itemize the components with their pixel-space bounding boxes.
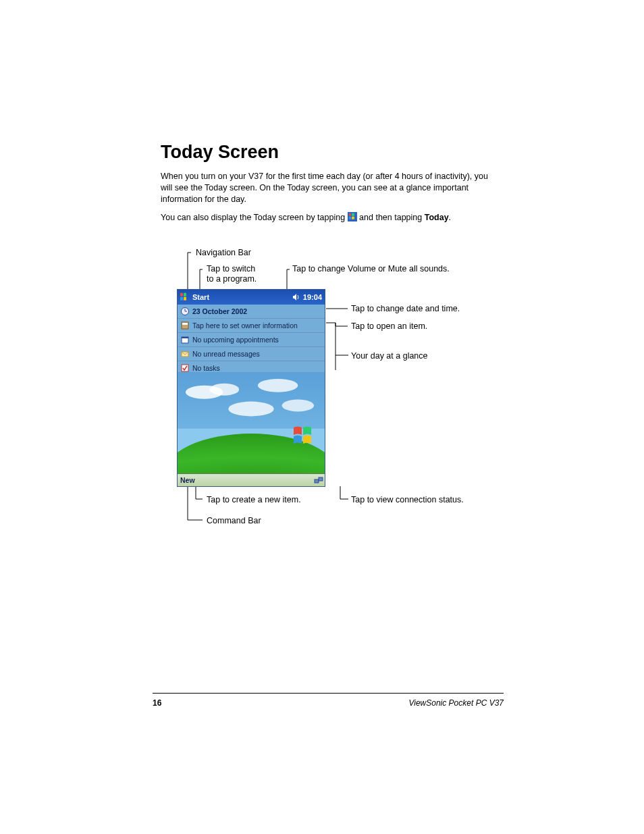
callout-switch-program: Tap to switch to a program. <box>207 264 261 284</box>
windows-logo-icon <box>292 425 315 446</box>
callout-new-item: Tap to create a new item. <box>207 495 301 505</box>
today-menu-name: Today <box>425 213 449 222</box>
svg-point-12 <box>228 402 273 417</box>
callout-date-time: Tap to change date and time. <box>351 304 460 314</box>
today-rows: 23 October 2002 Tap here to set owner in… <box>178 305 325 375</box>
today-owner-label: Tap here to set owner information <box>192 321 325 330</box>
callout-connection-status: Tap to view connection status. <box>351 495 464 505</box>
mail-icon <box>178 349 192 359</box>
today-row-date[interactable]: 23 October 2002 <box>178 305 325 319</box>
callout-open-item: Tap to open an item. <box>351 321 427 332</box>
svg-rect-7 <box>182 365 188 371</box>
clock-label[interactable]: 19:04 <box>302 293 325 301</box>
page-title: Today Screen <box>161 142 498 163</box>
volume-icon[interactable] <box>291 293 302 301</box>
today-msgs-label: No unread messages <box>192 350 325 358</box>
svg-point-10 <box>258 379 298 392</box>
callout-volume: Tap to change Volume or Mute all sounds. <box>292 264 450 274</box>
tasks-icon <box>178 363 192 373</box>
para2-part-a: You can also display the Today screen by… <box>161 213 348 222</box>
command-bar: New <box>178 473 325 486</box>
callout-glance: Your day at a glance <box>351 351 428 361</box>
footer-product-name: ViewSonic Pocket PC V37 <box>408 698 504 708</box>
start-icon[interactable] <box>178 292 191 302</box>
today-row-appointments[interactable]: No upcoming appointments <box>178 333 325 347</box>
start-label[interactable]: Start <box>191 293 209 301</box>
calendar-icon <box>178 335 192 344</box>
clock-icon <box>178 307 192 316</box>
today-row-messages[interactable]: No unread messages <box>178 347 325 361</box>
svg-rect-14 <box>319 477 323 481</box>
wallpaper <box>178 372 325 474</box>
svg-point-11 <box>282 400 315 412</box>
callout-navigation-bar: Navigation Bar <box>196 248 251 258</box>
navigation-bar: Start 19:04 <box>178 290 325 305</box>
pocketpc-screenshot: Start 19:04 23 October 2002 Tap here to … <box>177 289 325 487</box>
svg-point-9 <box>210 384 240 396</box>
callout-switch-program-l2: to a program. <box>207 274 257 284</box>
connection-status-icon[interactable] <box>313 475 325 485</box>
svg-rect-13 <box>315 479 319 483</box>
callout-switch-program-l1: Tap to switch <box>207 264 255 273</box>
new-button[interactable]: New <box>178 476 195 484</box>
today-row-owner[interactable]: Tap here to set owner information <box>178 319 325 333</box>
windows-start-icon <box>348 212 357 221</box>
para2-part-c: . <box>449 213 451 222</box>
today-tasks-label: No tasks <box>192 364 325 372</box>
today-date-label: 23 October 2002 <box>192 307 325 315</box>
instruction-paragraph: You can also display the Today screen by… <box>161 212 498 224</box>
today-appts-label: No upcoming appointments <box>192 336 325 344</box>
owner-icon <box>178 321 192 330</box>
para2-part-b: and then tapping <box>359 213 425 222</box>
svg-rect-5 <box>182 337 188 338</box>
footer-rule <box>153 693 504 694</box>
intro-paragraph: When you turn on your V37 for the first … <box>161 171 498 205</box>
page-number: 16 <box>153 698 161 708</box>
callout-command-bar: Command Bar <box>207 516 261 526</box>
svg-rect-3 <box>182 323 188 325</box>
